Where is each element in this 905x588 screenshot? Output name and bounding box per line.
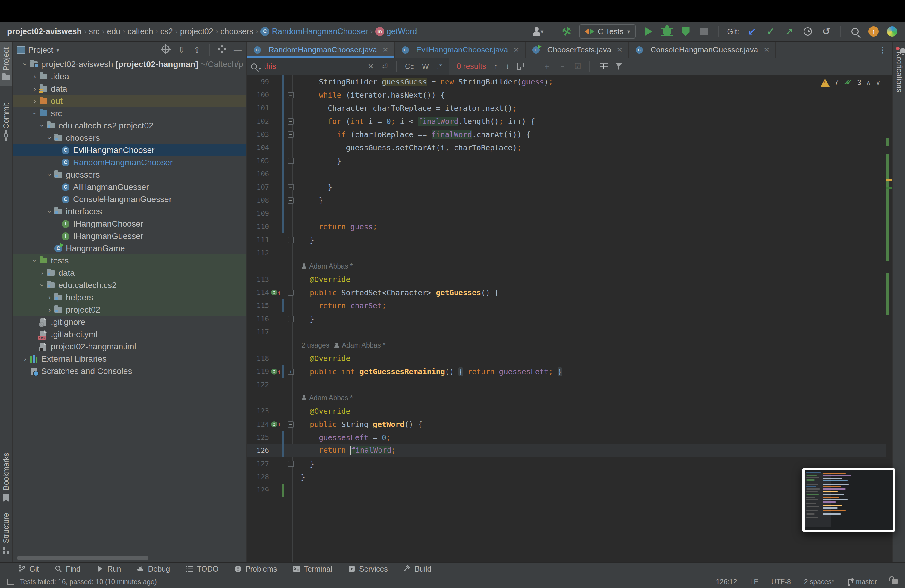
code-line-112[interactable]: 112	[247, 246, 886, 259]
implements-gutter-icon[interactable]: I↑	[269, 421, 281, 428]
close-icon[interactable]: ✕	[764, 46, 769, 54]
sidebar-item-structure[interactable]: Structure	[0, 507, 12, 559]
implements-gutter-icon[interactable]: I↑	[269, 289, 281, 296]
chevron-open-icon[interactable]: ›	[46, 134, 54, 142]
chevron-closed-icon[interactable]: ›	[30, 85, 39, 93]
next-occurrence-icon[interactable]: ↓	[505, 62, 510, 71]
tree-item-helpers[interactable]: ›helpers	[13, 291, 246, 304]
code-line-124[interactable]: 124I↑− public String getWord() {	[247, 418, 886, 431]
author-hint[interactable]: Adam Abbas *	[309, 394, 353, 402]
chevron-open-icon[interactable]: ›	[38, 281, 46, 289]
editor-tab[interactable]: CConsoleHangmanGuesser.java✕	[629, 42, 776, 58]
line-ending[interactable]: LF	[750, 578, 758, 586]
tree-item-ihangmanchooser[interactable]: IIHangmanChooser	[13, 218, 246, 230]
toolwindow-button-problems[interactable]: Problems	[234, 565, 277, 573]
coverage-button[interactable]	[680, 26, 691, 37]
fold-collapse-icon[interactable]: −	[284, 421, 297, 427]
code-line-104[interactable]: 104 guessGuess.setCharAt(i, charToReplac…	[247, 141, 886, 154]
code-line-117[interactable]: 117	[247, 326, 886, 338]
breadcrumb-item[interactable]: cs2	[160, 27, 173, 36]
tree-item-external-libraries[interactable]: ›External Libraries	[13, 353, 246, 365]
tree-item-evilhangmanchooser[interactable]: CEvilHangmanChooser	[13, 144, 246, 156]
previous-occurrence-icon[interactable]: ↑	[494, 62, 498, 71]
newline-icon[interactable]: ⏎	[379, 62, 390, 71]
tree-item-aihangmanguesser[interactable]: CAIHangmanGuesser	[13, 181, 246, 193]
match-case-toggle[interactable]: Cc	[403, 62, 417, 71]
clear-search-icon[interactable]: ✕	[365, 62, 376, 71]
code-line-102[interactable]: 102− for (int i = 0; i < finalWord.lengt…	[247, 114, 886, 128]
code-with-me-icon[interactable]	[886, 26, 898, 37]
editor-tab[interactable]: CChooserTests.java✕	[526, 42, 629, 58]
git-push-icon[interactable]: ↗	[783, 26, 795, 37]
toolwindow-button-services[interactable]: Services	[348, 565, 388, 573]
code-line-103[interactable]: 103− if (charToReplace == finalWord.char…	[247, 128, 886, 141]
horizontal-scrollbar[interactable]	[17, 556, 148, 560]
close-icon[interactable]: ✕	[383, 46, 389, 54]
chevron-closed-icon[interactable]: ›	[21, 355, 29, 363]
author-hint[interactable]: Adam Abbas *	[309, 262, 353, 270]
tree-item-out[interactable]: ›out	[13, 95, 246, 107]
tree-item-randomhangmanchooser[interactable]: CRandomHangmanChooser	[13, 156, 246, 168]
chevron-open-icon[interactable]: ›	[46, 208, 54, 216]
breadcrumb-item[interactable]: choosers	[221, 27, 254, 36]
author-hint[interactable]: Adam Abbas *	[342, 341, 386, 350]
fold-collapse-icon[interactable]: −	[284, 118, 297, 124]
code-line-107[interactable]: 107− }	[247, 181, 886, 194]
git-update-icon[interactable]: ↙	[746, 26, 758, 37]
user-profile-icon[interactable]: ▾	[532, 26, 543, 37]
remove-occurrence-icon[interactable]: －	[559, 61, 566, 72]
code-line-100[interactable]: 100− while (iterator.hasNext()) {	[247, 88, 886, 102]
chevron-open-icon[interactable]: ›	[46, 171, 54, 179]
stripe-ok-mark[interactable]	[886, 186, 892, 189]
stop-button[interactable]	[699, 26, 710, 37]
fold-collapse-icon[interactable]: −	[284, 184, 297, 191]
tree-item-hangmangame[interactable]: CHangmanGame	[13, 242, 246, 254]
code-line-108[interactable]: 108− }	[247, 194, 886, 207]
editor-options-icon[interactable]: ⋮	[873, 42, 892, 58]
debug-button[interactable]	[661, 26, 673, 37]
editor-tab[interactable]: CEvilHangmanChooser.java✕	[395, 42, 526, 58]
caret-position[interactable]: 126:12	[716, 578, 737, 586]
tree-item-tests[interactable]: ›tests	[13, 254, 246, 267]
tree-item-src[interactable]: ›src	[13, 107, 246, 119]
toolwindow-button-debug[interactable]: Debug	[137, 565, 170, 573]
fold-collapse-icon[interactable]: −	[284, 316, 297, 322]
sidebar-item-bookmarks[interactable]: Bookmarks	[0, 447, 12, 507]
git-branch-widget[interactable]: master	[848, 578, 877, 586]
chevron-open-icon[interactable]: ›	[38, 122, 46, 130]
screenshot-thumbnail[interactable]	[802, 468, 895, 532]
fold-collapse-icon[interactable]: −	[284, 132, 297, 138]
chevron-closed-icon[interactable]: ›	[46, 293, 54, 302]
code-line-110[interactable]: 110 return guess;	[247, 220, 886, 233]
tree-item-project02-hangman-iml[interactable]: project02-hangman.iml	[13, 340, 246, 353]
tree-item-guessers[interactable]: ›guessers	[13, 168, 246, 181]
fold-collapse-icon[interactable]: −	[284, 289, 297, 296]
git-commit-icon[interactable]: ✓	[765, 26, 776, 37]
search-input[interactable]: ▾ this ✕ ⏎ Cc W .*	[247, 58, 449, 75]
code-line-114[interactable]: 114I↑− public SortedSet<Character> getGu…	[247, 286, 886, 299]
inspections-widget[interactable]: 7 ✓✓ 3 ∧ ∨	[821, 78, 880, 87]
update-available-icon[interactable]: ↑	[868, 26, 879, 37]
unlock-icon[interactable]	[892, 579, 898, 583]
tree-item-idea[interactable]: ›.idea	[13, 70, 246, 83]
project-panel-title[interactable]: Project	[28, 46, 53, 55]
code-line-127[interactable]: 127− }	[247, 457, 886, 470]
collapse-all-icon[interactable]: ⇧	[192, 46, 202, 55]
stripe-warning-mark[interactable]	[886, 179, 892, 181]
code-line-113[interactable]: 113 @Override	[247, 273, 886, 286]
code-line-106[interactable]: 106	[247, 167, 886, 181]
sidebar-item-notifications[interactable]: Notifications	[893, 42, 905, 98]
tree-item-edu-caltech-cs2-project02[interactable]: ›edu.caltech.cs2.project02	[13, 119, 246, 132]
history-icon[interactable]	[802, 26, 813, 37]
code-line-118[interactable]: 118 @Override	[247, 352, 886, 365]
chevron-open-icon[interactable]: ›	[30, 109, 39, 118]
code-line-119[interactable]: 119I↑+ public int getGuessesRemaining() …	[247, 365, 886, 378]
code-line-125[interactable]: 125 guessesLeft = 0;	[247, 431, 886, 444]
prev-problem-icon[interactable]: ∧	[866, 79, 871, 86]
toolwindow-button-find[interactable]: Find	[54, 565, 81, 573]
chevron-closed-icon[interactable]: ›	[30, 72, 39, 81]
breadcrumb-item[interactable]: mgetWord	[375, 27, 417, 36]
toolwindow-button-run[interactable]: Run	[96, 565, 121, 573]
code-line-122[interactable]: 122	[247, 378, 886, 391]
code-editor[interactable]: 99 StringBuilder guessGuess = new String…	[247, 75, 886, 562]
